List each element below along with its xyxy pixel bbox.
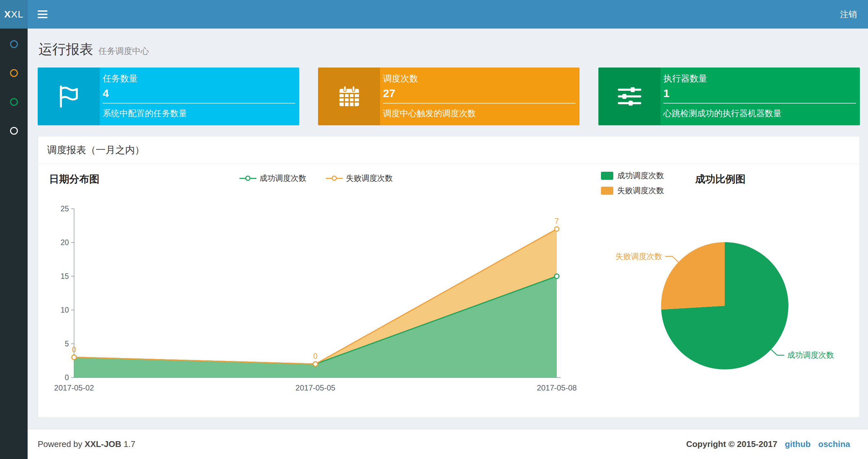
report-panel: 调度报表（一月之内） 日期分布图 成功调度次数失败调度次数 成功调度次数失败调度… [38,136,860,418]
app-logo[interactable]: XXL [0,0,28,29]
info-box-caption: 心跳检测成功的执行器机器数量 [663,108,856,119]
info-box-job-count: 任务数量 4 系统中配置的任务数量 [38,67,299,125]
sidebar-menu-item-3[interactable] [10,98,18,106]
hamburger-icon [38,10,48,12]
flag-icon [38,67,100,125]
svg-text:2017-05-02: 2017-05-02 [54,383,94,392]
info-box-value: 1 [663,87,856,100]
page-header: 运行报表任务调度中心 [28,29,868,55]
info-box-executor-count: 执行器数量 1 心跳检测成功的执行器机器数量 [598,67,860,125]
sidebar-menu-item-1[interactable] [10,40,18,48]
info-box-content: 任务数量 4 系统中配置的任务数量 [100,67,299,125]
sidebar-toggle-button[interactable] [28,0,58,29]
svg-text:7: 7 [555,217,559,225]
divider [663,103,856,103]
svg-text:0: 0 [72,345,76,354]
info-box-value: 4 [103,87,295,100]
footer: Powered by XXL-JOB 1.7 Copyright © 2015-… [28,429,868,459]
product-name: XXL-JOB [85,439,122,449]
svg-text:2017-05-05: 2017-05-05 [296,383,336,392]
info-box-content: 调度次数 27 调度中心触发的调度次数 [380,67,580,125]
divider [103,103,295,103]
info-box-caption: 系统中配置的任务数量 [103,108,295,119]
sidebar [0,29,28,459]
svg-text:0: 0 [313,352,317,360]
svg-text:15: 15 [60,272,69,281]
divider [383,103,576,103]
logo-text-bold: X [4,9,11,20]
oschina-link[interactable]: oschina [818,439,850,449]
svg-text:5: 5 [65,339,69,348]
main-content: 运行报表任务调度中心 任务数量 4 系统中配置的任务数量 [28,29,868,429]
svg-text:2017-05-08: 2017-05-08 [537,383,577,392]
top-navbar: XXL 注销 [0,0,868,29]
calendar-icon [318,67,380,125]
info-box-content: 执行器数量 1 心跳检测成功的执行器机器数量 [660,67,860,125]
sidebar-menu-item-4[interactable] [10,127,18,135]
charts-canvas: 05101520252017-05-022017-05-052017-05-08… [38,164,860,418]
powered-by: Powered by XXL-JOB 1.7 [38,439,135,449]
sidebar-menu-item-2[interactable] [10,69,18,77]
svg-text:25: 25 [60,204,69,213]
panel-header: 调度报表（一月之内） [38,136,860,164]
panel-title: 调度报表（一月之内） [47,143,145,157]
panel-body: 日期分布图 成功调度次数失败调度次数 成功调度次数失败调度次数 成功比例图 05… [38,164,860,418]
svg-text:10: 10 [60,306,69,314]
info-box-trigger-count: 调度次数 27 调度中心触发的调度次数 [318,67,580,125]
info-box-caption: 调度中心触发的调度次数 [383,108,576,119]
info-box-value: 27 [383,87,576,100]
sliders-icon [598,67,660,125]
logout-link[interactable]: 注销 [829,0,868,29]
info-box-row: 任务数量 4 系统中配置的任务数量 [38,67,860,125]
svg-text:0: 0 [65,373,69,382]
info-box-label: 调度次数 [383,73,576,85]
svg-text:成功调度次数: 成功调度次数 [787,351,834,359]
copyright: Copyright © 2015-2017 github oschina [686,439,850,449]
page-subtitle: 任务调度中心 [98,46,149,56]
github-link[interactable]: github [785,439,810,449]
svg-text:20: 20 [60,238,69,247]
page-title: 运行报表 [39,41,93,57]
info-box-label: 执行器数量 [663,73,856,85]
svg-text:失败调度次数: 失败调度次数 [616,252,662,261]
logo-text: XL [11,9,24,20]
product-version: 1.7 [123,439,135,449]
info-box-label: 任务数量 [103,73,295,85]
